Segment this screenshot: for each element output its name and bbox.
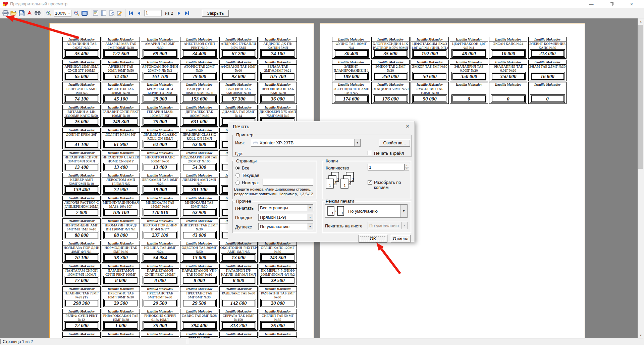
label-price: 213 000 bbox=[531, 50, 564, 57]
label-owner-name: Izzatilla Maksudov bbox=[259, 309, 297, 314]
label-price: 631 000 bbox=[183, 118, 216, 125]
pages-numbers-label: Номера: bbox=[242, 180, 259, 185]
duplex-select[interactable]: По умолчанию ▼ bbox=[258, 223, 313, 230]
label-price-box: 50 000 bbox=[412, 94, 447, 103]
first-page-button[interactable] bbox=[127, 9, 135, 17]
price-label: Izzatilla MaksudovДЕТРАЛЕКС ТАБ 1000МГ №… bbox=[180, 105, 218, 127]
print-mode-select[interactable]: 1 › 1 По умолчанию ▼ bbox=[325, 204, 408, 218]
label-owner-name: Izzatilla Maksudov bbox=[141, 128, 179, 133]
label-owner-name: Izzatilla Maksudov bbox=[259, 82, 297, 87]
label-owner-name: Izzatilla Maksudov bbox=[180, 60, 218, 65]
copies-increment-button[interactable]: ▲ bbox=[405, 164, 409, 167]
print-what-label: Печатать bbox=[235, 206, 254, 211]
label-price-box: 88 800 bbox=[103, 231, 138, 239]
copies-decrement-button[interactable]: ▼ bbox=[405, 167, 409, 170]
label-price: 174 600 bbox=[335, 95, 368, 102]
page-find-button[interactable] bbox=[108, 9, 116, 17]
printer-properties-button[interactable]: Свойства... bbox=[379, 139, 410, 147]
next-page-button[interactable] bbox=[175, 9, 183, 17]
label-price: 142 600 bbox=[222, 300, 255, 306]
close-window-button[interactable]: ✕ bbox=[626, 1, 637, 7]
last-page-button[interactable] bbox=[183, 9, 191, 17]
pages-all-radio[interactable] bbox=[235, 166, 240, 170]
label-owner-name: Izzatilla Maksudov bbox=[220, 332, 257, 337]
copies-count-input[interactable] bbox=[368, 164, 405, 170]
page-numbers-input[interactable] bbox=[263, 179, 313, 186]
label-owner-name: Izzatilla Maksudov bbox=[141, 196, 179, 201]
label-price: 20 000 bbox=[261, 300, 294, 306]
pages-numbers-radio[interactable] bbox=[235, 181, 240, 185]
pages-current-radio[interactable] bbox=[235, 173, 240, 178]
status-secondary-panel bbox=[188, 339, 643, 344]
label-price: 38 300 bbox=[104, 254, 138, 261]
label-price-box: 313 200 bbox=[221, 321, 256, 330]
chevron-down-icon: ▼ bbox=[307, 205, 313, 211]
label-owner-name: Izzatilla Maksudov bbox=[102, 60, 140, 65]
edit-page-button[interactable] bbox=[116, 9, 124, 17]
restore-button[interactable] bbox=[606, 1, 617, 7]
label-owner-name: Izzatilla Maksudov bbox=[259, 332, 297, 337]
label-owner-name: Izzatilla Maksudov bbox=[141, 151, 179, 155]
printer-select[interactable]: Xprinter XP-237B ▼ bbox=[251, 139, 361, 147]
page-panel-button[interactable] bbox=[100, 9, 108, 17]
order-select[interactable]: Прямой (1-9) ▼ bbox=[258, 214, 313, 221]
price-label: Izzatilla MaksudovДРАЙДРАЙ CLASSIC ROLL-… bbox=[141, 128, 179, 149]
zoom-in-button[interactable] bbox=[45, 9, 53, 17]
print-what-select[interactable]: Все страницы ▼ bbox=[258, 204, 313, 211]
scroll-up-button[interactable]: ▲ bbox=[638, 18, 644, 24]
dialog-close-button[interactable]: ✕ bbox=[404, 123, 411, 130]
price-label: Izzatilla MaksudovЛЮГОЛЯ РАСТВОР С ГЛИЦЕ… bbox=[62, 196, 101, 217]
price-label: Izzatilla MaksudovНЕЙРОМИДИН АМП 5МГ/МЛ … bbox=[62, 218, 101, 240]
zoom-level-dropdown[interactable]: 100% ▼ bbox=[54, 10, 71, 17]
svg-text:2: 2 bbox=[349, 181, 351, 185]
label-owner-name: Izzatilla Maksudov bbox=[332, 82, 370, 87]
label-owner-name: Izzatilla Maksudov bbox=[529, 60, 566, 65]
open-button[interactable] bbox=[9, 9, 17, 17]
collate-checkbox[interactable]: ✓ bbox=[368, 180, 372, 185]
label-price-box: 13 000 bbox=[182, 253, 217, 262]
price-label: Izzatilla MaksudovМЕТИЛУРАЦИЛОВАЯ МАЗЬ 1… bbox=[102, 196, 140, 217]
ok-button[interactable]: OK bbox=[359, 235, 387, 243]
price-label: Izzatilla MaksudovЦЕФТРИАКСОН 1,0Г ФЛ №1… bbox=[450, 37, 488, 59]
find-button[interactable] bbox=[34, 9, 42, 17]
label-owner-name: Izzatilla Maksudov bbox=[63, 37, 100, 42]
cancel-button[interactable]: Отмена bbox=[391, 235, 411, 243]
label-price: 75 000 bbox=[144, 118, 177, 125]
label-price-box: 79 000 bbox=[182, 72, 217, 80]
close-preview-button[interactable]: Закрыть bbox=[202, 10, 229, 17]
price-label: Izzatilla MaksudovВИТАМИН А-LIK 33000МЕ … bbox=[62, 105, 101, 127]
scroll-down-button[interactable]: ▼ bbox=[638, 332, 644, 338]
label-price-box: 25 000 bbox=[64, 117, 99, 126]
zoom-out-button[interactable] bbox=[72, 9, 80, 17]
label-price-box: 35 400 bbox=[64, 49, 99, 58]
print-button[interactable] bbox=[1, 9, 9, 17]
print-to-file-checkbox[interactable] bbox=[368, 151, 372, 155]
label-price-box: 106 100 bbox=[103, 208, 138, 216]
label-owner-name: Izzatilla Maksudov bbox=[259, 105, 297, 110]
label-owner-name: Izzatilla Maksudov bbox=[220, 105, 257, 110]
label-price-box: 54 300 bbox=[182, 163, 217, 171]
label-price-box: 17 000 bbox=[64, 276, 99, 284]
label-price-box: 13 400 bbox=[143, 163, 177, 171]
price-label: Izzatilla MaksudovЙОДОМАРИН 200 ТАБ 200М… bbox=[180, 150, 218, 172]
toolbar-separator bbox=[125, 9, 125, 17]
prev-page-button[interactable] bbox=[135, 9, 143, 17]
save-button[interactable] bbox=[17, 9, 25, 17]
label-price-box: 38 300 bbox=[103, 253, 138, 262]
report-settings-button[interactable] bbox=[92, 9, 100, 17]
minimize-button[interactable]: — bbox=[586, 1, 597, 7]
label-owner-name: Izzatilla Maksudov bbox=[102, 332, 140, 337]
label-price: 394 400 bbox=[183, 322, 216, 329]
export-pdf-button[interactable] bbox=[25, 9, 34, 17]
page-width-view-button[interactable] bbox=[80, 9, 89, 17]
price-label: Izzatilla MaksudovВЕРОШПИРОН ТАБ 25МГ №2… bbox=[259, 82, 297, 104]
label-price: 72 900 bbox=[104, 186, 138, 193]
dialog-title: Печать bbox=[233, 124, 249, 129]
vertical-scrollbar[interactable]: ▲ ▼ bbox=[638, 18, 644, 338]
scrollbar-thumb[interactable] bbox=[638, 25, 643, 169]
price-label: Izzatilla MaksudovАРБИДОЛ 25МГ/5МЛ СУСП … bbox=[62, 60, 101, 81]
page-number-input[interactable] bbox=[144, 10, 162, 16]
svg-text:1: 1 bbox=[344, 184, 346, 188]
label-price: 10 000 bbox=[492, 50, 525, 57]
label-owner-name: Izzatilla Maksudov bbox=[63, 151, 100, 155]
